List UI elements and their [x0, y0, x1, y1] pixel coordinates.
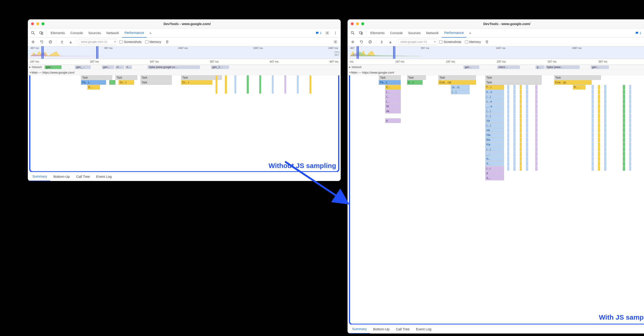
range-handle-left[interactable]	[42, 46, 44, 59]
flame-frame[interactable]: E…	[87, 85, 100, 89]
flame-frame[interactable]	[604, 162, 606, 166]
flame-frame[interactable]	[507, 133, 510, 137]
flame-frame[interactable]	[526, 138, 528, 142]
flame-frame[interactable]	[520, 142, 522, 147]
flame-frame[interactable]	[598, 166, 600, 171]
flame-frame[interactable]	[592, 162, 594, 166]
upload-icon[interactable]	[58, 38, 66, 46]
flame-frame[interactable]	[629, 118, 632, 123]
flame-frame[interactable]	[507, 109, 510, 113]
flame-frame[interactable]	[520, 128, 522, 133]
net-item[interactable]: gen_…	[75, 65, 91, 69]
flame-frame[interactable]	[520, 123, 522, 128]
flame-frame[interactable]: R…	[573, 85, 586, 89]
flame-frame[interactable]	[507, 147, 510, 152]
tab-bottomup[interactable]: Bottom-Up	[370, 325, 393, 334]
flame-frame[interactable]	[535, 94, 538, 99]
flame-frame[interactable]	[535, 123, 538, 128]
flame-frame[interactable]	[598, 109, 600, 113]
clear-icon[interactable]	[366, 38, 374, 46]
range-handle-left[interactable]	[357, 46, 359, 59]
net-item[interactable]: gen…	[591, 65, 609, 69]
upload-icon[interactable]	[378, 38, 386, 46]
flame-frame[interactable]	[526, 114, 528, 118]
flame-frame[interactable]	[598, 94, 600, 99]
flame-frame[interactable]	[629, 104, 632, 109]
net-item[interactable]: hpba (www.google.co…	[148, 65, 200, 69]
flame-frame[interactable]	[598, 142, 600, 147]
flame-frame[interactable]	[629, 90, 632, 94]
flame-frame[interactable]: _…a	[485, 104, 504, 109]
issues-badge[interactable]: 1	[634, 31, 643, 35]
flame-frame[interactable]: z…e	[485, 99, 504, 104]
flame-frame[interactable]	[535, 85, 538, 89]
tab-performance[interactable]: Performance	[122, 28, 147, 37]
flame-frame[interactable]	[526, 90, 528, 94]
flame-frame[interactable]	[623, 109, 625, 113]
flame-frame[interactable]	[535, 147, 538, 152]
network-lane[interactable]: ▶ Network gen… client… g… hpba (www… gen…	[348, 64, 644, 70]
flame-frame[interactable]	[513, 109, 516, 113]
flame-frame[interactable]	[520, 166, 522, 171]
flame-frame[interactable]	[535, 128, 538, 133]
flame-frame[interactable]: _…	[485, 152, 504, 156]
flame-frame[interactable]	[535, 138, 538, 142]
flame-frame[interactable]	[623, 123, 625, 128]
flame-frame[interactable]	[623, 128, 625, 133]
issues-badge[interactable]: 1	[314, 31, 323, 35]
inspect-icon[interactable]	[349, 29, 357, 37]
flame-frame[interactable]	[247, 75, 248, 94]
maximize-icon[interactable]	[42, 22, 44, 25]
flame-frame[interactable]	[507, 114, 510, 118]
flame-frame[interactable]	[513, 142, 516, 147]
flame-frame[interactable]: vla	[485, 128, 504, 133]
flame-frame[interactable]	[629, 94, 632, 99]
flame-frame[interactable]	[526, 147, 528, 152]
flame-frame[interactable]	[629, 99, 632, 104]
flame-frame[interactable]	[520, 90, 522, 94]
clear-icon[interactable]	[46, 38, 54, 46]
tab-sources[interactable]: Sources	[86, 28, 104, 37]
tab-summary[interactable]: Summary	[349, 325, 370, 334]
net-item[interactable]: cl…	[115, 65, 124, 69]
recording-dropdown[interactable]: www.google.com #1	[78, 39, 117, 45]
flame-frame[interactable]	[513, 166, 516, 171]
tab-calltree[interactable]: Call Tree	[73, 172, 93, 181]
flame-frame[interactable]: Task	[140, 75, 172, 80]
flame-frame[interactable]	[507, 157, 510, 161]
tab-elements[interactable]: Elements	[368, 28, 387, 37]
flame-frame[interactable]: X…	[485, 162, 504, 166]
flame-frame[interactable]	[513, 133, 516, 137]
flame-frame[interactable]	[535, 114, 538, 118]
tab-console[interactable]: Console	[388, 28, 405, 37]
flame-frame[interactable]	[598, 157, 600, 161]
net-item[interactable]: hpba (www…	[546, 65, 580, 69]
chevron-down-icon[interactable]: ▼	[349, 71, 351, 74]
flame-frame[interactable]	[629, 114, 632, 118]
flame-frame[interactable]: d	[485, 171, 504, 175]
flame-frame[interactable]	[507, 152, 510, 156]
flame-frame[interactable]	[526, 157, 528, 161]
flame-frame[interactable]	[526, 85, 528, 89]
flame-frame[interactable]: (…	[385, 94, 401, 99]
flame-frame[interactable]	[535, 118, 538, 123]
flame-frame[interactable]	[526, 128, 528, 133]
flame-frame[interactable]	[520, 99, 522, 104]
flame-frame[interactable]	[604, 138, 606, 142]
flame-frame[interactable]	[535, 152, 538, 156]
tab-summary[interactable]: Summary	[29, 172, 50, 181]
flame-frame[interactable]: Ev…t	[118, 80, 134, 85]
flame-frame[interactable]: t…r	[485, 166, 504, 171]
flame-frame[interactable]	[535, 90, 538, 94]
flame-frame[interactable]	[507, 166, 510, 171]
flame-frame[interactable]: (…)	[485, 109, 504, 113]
flame-frame[interactable]	[592, 85, 594, 89]
flame-frame[interactable]	[216, 75, 217, 94]
flame-frame[interactable]: Kla	[485, 142, 504, 147]
flame-frame[interactable]	[592, 147, 594, 152]
flame-frame[interactable]	[623, 90, 625, 94]
flame-frame[interactable]	[513, 157, 516, 161]
flame-frame[interactable]	[623, 133, 625, 137]
flame-frame[interactable]	[507, 123, 510, 128]
minimize-icon[interactable]	[356, 22, 359, 25]
